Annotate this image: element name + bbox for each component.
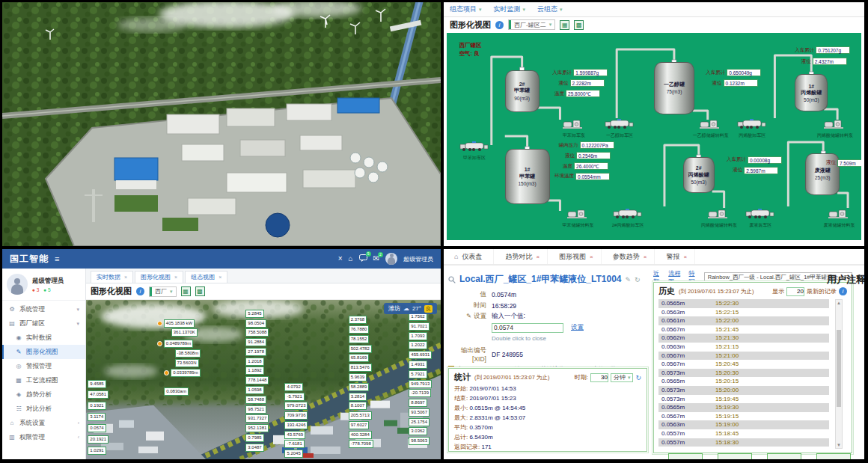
history-row[interactable]: 0.0557m 15:18:45 bbox=[658, 429, 829, 438]
period-input[interactable] bbox=[590, 373, 608, 382]
app-tab[interactable]: 图形化视图 × bbox=[135, 271, 183, 283]
history-row[interactable]: 0.0561m 15:22:00 bbox=[658, 316, 829, 325]
map-marker[interactable]: 0.0339789m bbox=[164, 369, 200, 377]
tab-close-icon[interactable]: × bbox=[124, 275, 127, 280]
transfer-pump[interactable]: 废液储罐转料泵 bbox=[820, 209, 859, 229]
history-row[interactable]: 0.0562m 15:21:30 bbox=[658, 334, 829, 343]
period-unit-select[interactable]: 分钟 ▾ bbox=[611, 373, 634, 382]
set-link[interactable]: 设置 bbox=[571, 323, 584, 332]
storage-tank[interactable]: 2# 丙烯酸罐 50(m3) bbox=[683, 157, 715, 193]
edit-view-button[interactable]: ▦ bbox=[181, 286, 191, 296]
tanker-truck[interactable]: 丙烯酸卸车区 bbox=[733, 118, 771, 139]
detail-tab[interactable]: 趋势对比 × bbox=[494, 249, 548, 264]
home-icon[interactable]: ⌂ bbox=[349, 255, 353, 263]
transfer-pump[interactable]: 丙烯酸储罐转料泵 bbox=[816, 119, 855, 139]
sidebar-menu-item[interactable]: ⌂ 系统设置 ‹ bbox=[2, 416, 85, 430]
sidebar-menu-item[interactable]: ✎ 图形化视图 bbox=[2, 345, 85, 359]
history-row[interactable]: 0.0563m 15:19:00 bbox=[658, 420, 829, 429]
history-row[interactable]: 0.0557m 15:18:30 bbox=[658, 438, 829, 447]
history-row[interactable]: 0.0567m 15:21:00 bbox=[658, 352, 829, 361]
app-tab[interactable]: 实时数据 × bbox=[91, 271, 133, 283]
scroll-up-icon[interactable]: ▲ bbox=[836, 300, 842, 306]
history-row[interactable]: 0.0567m 15:19:15 bbox=[658, 412, 829, 421]
tanker-truck[interactable]: 2#丙烯酸卸车区 bbox=[608, 208, 647, 229]
history-row[interactable]: 0.0567m 15:21:45 bbox=[658, 325, 829, 334]
edit-pencil-icon[interactable]: ✎ bbox=[626, 276, 632, 283]
chat-icon[interactable]: 5 bbox=[359, 254, 367, 263]
show-count-input[interactable] bbox=[786, 287, 804, 296]
transfer-pump[interactable]: 甲苯储罐转料泵 bbox=[559, 209, 598, 229]
scada-tab[interactable]: 云组态 ▾ bbox=[537, 4, 563, 14]
tanker-truck[interactable]: 甲苯卸车区 bbox=[455, 141, 494, 162]
scada-tab[interactable]: 组态项目 ▾ bbox=[450, 4, 482, 14]
tab-close-icon[interactable]: × bbox=[218, 275, 221, 280]
sidebar-menu-item[interactable]: ⚙ 系统管理 ▾ bbox=[2, 302, 85, 316]
header-avatar[interactable] bbox=[385, 253, 397, 265]
tab-close-icon[interactable]: × bbox=[174, 275, 177, 280]
history-row[interactable]: 0.0565m 15:22:30 bbox=[658, 299, 829, 308]
sidebar-menu-item[interactable]: ◉ 实时数据 bbox=[2, 331, 85, 345]
save-view-button[interactable]: ▩ bbox=[195, 286, 205, 296]
history-row[interactable]: 0.0565m 15:19:30 bbox=[658, 403, 829, 412]
sidebar-menu-item[interactable]: ◎ 警报管理 bbox=[2, 359, 85, 373]
bottom-toolbar-button[interactable] bbox=[767, 453, 801, 459]
history-row[interactable]: 0.0567m 15:20:45 bbox=[658, 360, 829, 369]
refresh-icon[interactable]: ↻ bbox=[635, 374, 641, 381]
scrollbar-thumb[interactable] bbox=[837, 330, 841, 407]
transfer-pump[interactable]: 丙烯酸储罐转料泵 bbox=[700, 209, 739, 229]
scada-tab[interactable]: 实时监测 ▾ bbox=[494, 4, 526, 14]
refresh-icon[interactable]: ↻ bbox=[635, 276, 641, 283]
tab-close-icon[interactable]: × bbox=[644, 254, 647, 260]
history-row[interactable]: 0.0565m 15:20:15 bbox=[658, 377, 829, 386]
map-marker[interactable]: 405.1838 kW bbox=[157, 319, 195, 328]
info-icon[interactable]: i bbox=[839, 287, 847, 295]
scada-view-selector[interactable]: 西厂-罐区二 ▾ bbox=[508, 19, 555, 30]
tanker-truck[interactable]: 废液装车区 bbox=[741, 208, 780, 229]
history-row[interactable]: 0.0563m 15:22:15 bbox=[658, 308, 829, 317]
sidebar-menu-item[interactable]: ▦ 工艺流程图 bbox=[2, 373, 85, 387]
detail-tab[interactable]: 图形视图 × bbox=[548, 249, 602, 264]
search-icon[interactable] bbox=[448, 276, 456, 283]
storage-tank[interactable]: 1# 甲苯罐 150(m3) bbox=[505, 149, 550, 204]
transfer-pump[interactable]: 甲苯卸车泵 bbox=[554, 119, 593, 139]
sidebar-menu-item[interactable]: ◈ 趋势分析 bbox=[2, 387, 85, 402]
info-icon[interactable]: i bbox=[136, 287, 144, 295]
hamburger-menu-icon[interactable]: ≡ bbox=[55, 254, 59, 263]
bottom-toolbar-button[interactable] bbox=[668, 453, 703, 459]
detail-tab[interactable]: ⌂ 仪表盘 bbox=[447, 249, 494, 264]
map-marker[interactable]: 0.0489789m bbox=[157, 340, 193, 348]
sidebar-menu-item[interactable]: ▥ 权限管理 ‹ bbox=[2, 430, 85, 444]
set-value-input[interactable] bbox=[492, 323, 563, 333]
bottom-toolbar-button[interactable] bbox=[718, 453, 752, 459]
tab-close-icon[interactable]: × bbox=[590, 254, 593, 260]
history-row[interactable]: 0.0563m 15:21:15 bbox=[658, 343, 829, 352]
map-3d-view[interactable]: 405.1838 kW 0.0489789m 0.0339789m bbox=[86, 300, 441, 459]
close-icon[interactable]: × bbox=[338, 255, 343, 263]
history-row[interactable]: 0.0573m 15:20:00 bbox=[658, 386, 829, 395]
tanker-truck[interactable]: 一乙醇卸车区 bbox=[600, 118, 639, 139]
scroll-down-icon[interactable]: ▼ bbox=[836, 442, 842, 448]
mail-icon[interactable]: ✉ 2 bbox=[373, 255, 379, 263]
history-row[interactable]: 0.0573m 15:19:45 bbox=[658, 395, 829, 404]
history-scrollbar[interactable]: ▲ ▼ bbox=[835, 299, 843, 449]
storage-tank[interactable]: 一乙醇罐 75(m3) bbox=[654, 62, 694, 114]
weather-widget[interactable]: 潍坊 ☁ 27° 良 bbox=[384, 303, 437, 314]
tab-close-icon[interactable]: × bbox=[536, 254, 540, 260]
user-avatar[interactable] bbox=[7, 274, 28, 295]
storage-tank[interactable]: 1# 丙烯酸罐 50(m3) bbox=[795, 74, 828, 111]
detail-tab[interactable]: 参数趋势 × bbox=[602, 249, 655, 264]
map-view-selector[interactable]: 西厂 ▾ bbox=[149, 286, 177, 297]
detail-tab[interactable]: 警报 × bbox=[655, 249, 695, 264]
storage-tank[interactable]: 2# 甲苯罐 90(m3) bbox=[505, 70, 540, 112]
history-row[interactable]: 0.0559m 15:18:15 bbox=[658, 447, 829, 449]
history-row[interactable]: 0.0573m 15:20:30 bbox=[658, 369, 829, 378]
bottom-toolbar-button[interactable] bbox=[816, 453, 851, 459]
app-tab[interactable]: 组态视图 × bbox=[185, 271, 227, 283]
tab-close-icon[interactable]: × bbox=[683, 254, 687, 260]
transfer-pump[interactable]: 一乙醇储罐转料泵 bbox=[691, 119, 730, 139]
sidebar-menu-item[interactable]: ☵ 对比分析 bbox=[2, 402, 85, 416]
info-icon[interactable]: i bbox=[495, 21, 504, 29]
edit-view-button[interactable]: ▦ bbox=[560, 20, 569, 30]
sidebar-menu-item[interactable]: ▤ 西厂罐区 ▾ bbox=[2, 316, 85, 331]
save-view-button[interactable]: ▩ bbox=[574, 20, 584, 30]
